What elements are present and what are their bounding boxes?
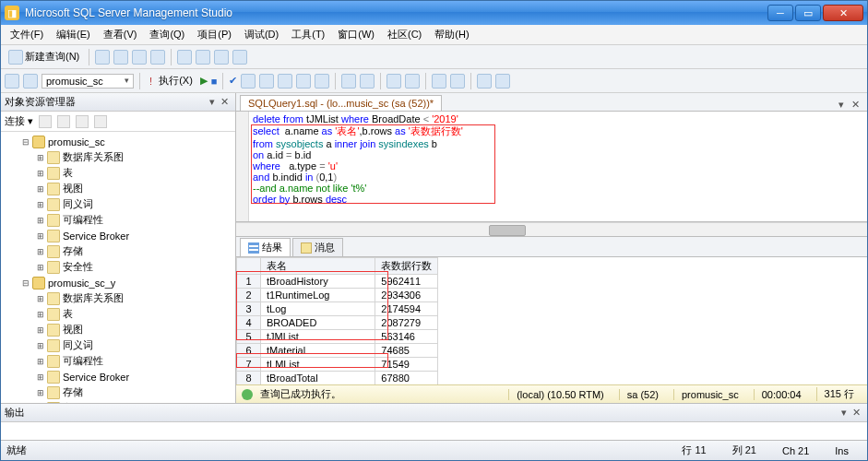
toolbar-icon[interactable] <box>296 74 311 89</box>
tree-node[interactable]: ⊞视图 <box>1 322 235 337</box>
filter-icon[interactable] <box>76 115 89 128</box>
pause-icon[interactable]: ■ <box>211 76 218 87</box>
close-button[interactable]: ✕ <box>823 5 863 21</box>
execute-button[interactable]: ! 执行(X) <box>146 72 196 89</box>
toolbar-icon[interactable] <box>177 50 192 65</box>
toolbar-icon[interactable] <box>95 50 110 65</box>
tab-messages[interactable]: 消息 <box>292 238 343 256</box>
toolbar-icon[interactable] <box>113 50 128 65</box>
tree-node[interactable]: ⊞Service Broker <box>1 228 235 243</box>
results-grid[interactable]: 表名表数据行数1tBroadHistory59624112t1RuntimeLo… <box>236 257 867 384</box>
table-row[interactable]: 1tBroadHistory5962411 <box>237 275 438 289</box>
database-selector[interactable]: promusic_sc <box>42 74 134 89</box>
sql-code[interactable]: delete from tJMList where BroadDate < '2… <box>249 112 867 221</box>
tree-node[interactable]: ⊞可编程性 <box>1 212 235 228</box>
toolbar-icon[interactable] <box>360 74 375 89</box>
tree-node[interactable]: ⊞视图 <box>1 181 235 196</box>
toolbar-icon[interactable] <box>495 74 510 89</box>
table-row[interactable]: 4BROADED2087279 <box>237 316 438 330</box>
table-row[interactable]: 7tLMList71549 <box>237 358 438 372</box>
app-window: ◨ Microsoft SQL Server Management Studio… <box>0 0 868 461</box>
output-pane: 输出 ▾ ✕ <box>1 403 867 440</box>
menu-debug[interactable]: 调试(D) <box>239 26 284 43</box>
results-table[interactable]: 表名表数据行数1tBroadHistory59624112t1RuntimeLo… <box>236 257 438 384</box>
toolbar-icon[interactable] <box>241 74 256 89</box>
sql-editor[interactable]: delete from tJMList where BroadDate < '2… <box>236 112 867 222</box>
toolbar-icon[interactable] <box>232 50 247 65</box>
toolbar-icon[interactable] <box>432 74 446 89</box>
toolbar-icon[interactable] <box>405 74 420 89</box>
close-pane-icon[interactable]: ✕ <box>218 96 232 108</box>
tree-node[interactable]: ⊞数据库关系图 <box>1 149 235 165</box>
toolbar-icon[interactable] <box>39 115 52 128</box>
pin-icon[interactable]: ▾ <box>207 96 218 108</box>
check-icon[interactable]: ✔ <box>229 75 237 87</box>
tree-node[interactable]: ⊞Service Broker <box>1 369 235 384</box>
tree-node[interactable]: ⊞可编程性 <box>1 353 235 369</box>
tree-node[interactable]: ⊞同义词 <box>1 196 235 212</box>
editor-tab[interactable]: SQLQuery1.sql - (lo...music_sc (sa (52))… <box>240 95 442 111</box>
refresh-icon[interactable] <box>94 115 107 128</box>
new-query-button[interactable]: 新建查询(N) <box>5 48 83 66</box>
tree-node[interactable]: ⊟promusic_sc_y <box>1 275 235 290</box>
toolbar-icon[interactable] <box>150 50 165 65</box>
menu-edit[interactable]: 编辑(E) <box>51 26 96 43</box>
minimize-button[interactable]: ─ <box>767 5 793 21</box>
table-row[interactable]: 5tJMList563146 <box>237 330 438 344</box>
toolbar-query: promusic_sc ! 执行(X) ▶ ■ ✔ <box>1 69 867 93</box>
tree-node[interactable]: ⊞存储 <box>1 384 235 400</box>
tree-node[interactable]: ⊞数据库关系图 <box>1 290 235 306</box>
toolbar-icon[interactable] <box>315 74 329 89</box>
toolbar-icon[interactable] <box>341 74 356 89</box>
connect-button[interactable]: 连接 ▾ <box>5 114 33 128</box>
toolbar-icon[interactable] <box>196 50 210 65</box>
table-row[interactable]: 2t1RuntimeLog2934306 <box>237 289 438 302</box>
column-header[interactable]: 表名 <box>261 258 375 275</box>
toolbar-icon[interactable] <box>477 74 492 89</box>
pin-icon[interactable]: ▾ <box>838 407 850 419</box>
toolbar-icon[interactable] <box>386 74 401 89</box>
table-row[interactable]: 8tBroadTotal67880 <box>237 372 438 385</box>
close-pane-icon[interactable]: ✕ <box>850 407 863 419</box>
tab-menu-icon[interactable]: ▾ <box>835 99 848 111</box>
object-explorer-header[interactable]: 对象资源管理器 ▾ ✕ <box>1 93 235 112</box>
toolbar-icon[interactable] <box>132 50 147 65</box>
menu-view[interactable]: 查看(V) <box>98 26 143 43</box>
maximize-button[interactable]: ▭ <box>795 5 821 21</box>
play-icon[interactable]: ▶ <box>200 75 208 87</box>
toolbar-icon[interactable] <box>259 74 274 89</box>
tree-node[interactable]: ⊞安全性 <box>1 259 235 275</box>
tree-node[interactable]: ⊞表 <box>1 306 235 322</box>
menu-file[interactable]: 文件(F) <box>5 26 49 43</box>
tree-node[interactable]: ⊞同义词 <box>1 337 235 353</box>
scrollbar-thumb[interactable] <box>489 225 526 236</box>
menu-help[interactable]: 帮助(H) <box>429 26 474 43</box>
toolbar-icon[interactable] <box>57 115 70 128</box>
column-header[interactable]: 表数据行数 <box>375 258 438 275</box>
menu-tools[interactable]: 工具(T) <box>286 26 330 43</box>
titlebar[interactable]: ◨ Microsoft SQL Server Management Studio… <box>1 1 867 25</box>
toolbar-icon[interactable] <box>23 74 38 89</box>
tree-node[interactable]: ⊞存储 <box>1 243 235 259</box>
tab-results[interactable]: 结果 <box>240 238 291 256</box>
output-header[interactable]: 输出 ▾ ✕ <box>1 404 867 422</box>
object-tree[interactable]: ⊟promusic_sc⊞数据库关系图⊞表⊞视图⊞同义词⊞可编程性⊞Servic… <box>1 132 235 403</box>
tab-close-icon[interactable]: ✕ <box>848 99 863 111</box>
output-body[interactable] <box>1 422 867 440</box>
toolbar-icon[interactable] <box>450 74 465 89</box>
menu-query[interactable]: 查询(Q) <box>144 26 190 43</box>
status-login: sa (52) <box>619 389 666 400</box>
tree-node[interactable]: ⊟promusic_sc <box>1 134 235 149</box>
menu-window[interactable]: 窗口(W) <box>332 26 380 43</box>
editor-scrollbar[interactable] <box>236 222 867 237</box>
table-row[interactable]: 6tMaterial74685 <box>237 344 438 358</box>
status-server: (local) (10.50 RTM) <box>508 389 612 400</box>
toolbar-icon[interactable] <box>278 74 292 89</box>
status-db: promusic_sc <box>673 389 746 400</box>
menu-project[interactable]: 项目(P) <box>192 26 237 43</box>
toolbar-icon[interactable] <box>214 50 229 65</box>
toolbar-icon[interactable] <box>5 74 19 89</box>
table-row[interactable]: 3tLog2174594 <box>237 302 438 316</box>
menu-community[interactable]: 社区(C) <box>382 26 427 43</box>
tree-node[interactable]: ⊞表 <box>1 165 235 181</box>
